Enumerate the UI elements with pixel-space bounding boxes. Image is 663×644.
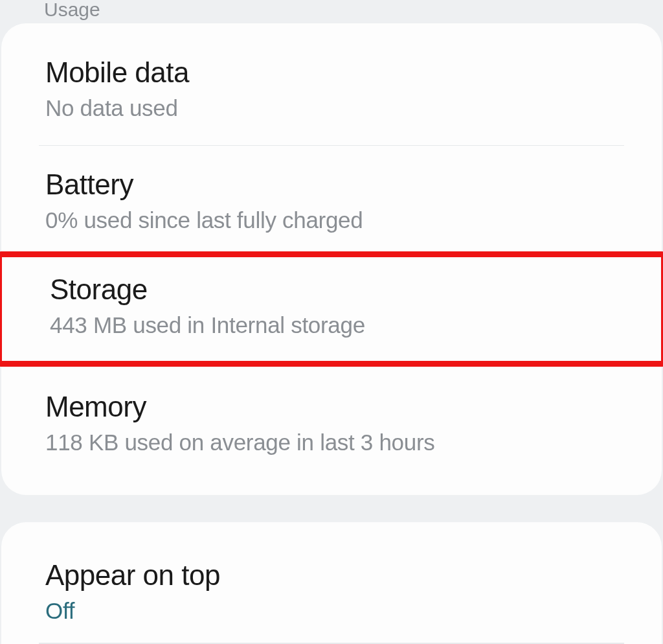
memory-setting[interactable]: Memory 118 KB used on average in last 3 … (1, 385, 662, 477)
battery-title: Battery (45, 167, 618, 202)
storage-subtitle: 443 MB used in Internal storage (50, 310, 613, 340)
battery-subtitle: 0% used since last fully charged (45, 205, 618, 235)
permissions-card: Appear on top Off (1, 522, 662, 644)
mobile-data-setting[interactable]: Mobile data No data used (1, 27, 662, 145)
storage-setting[interactable]: Storage 443 MB used in Internal storage (50, 271, 613, 340)
memory-title: Memory (45, 389, 618, 424)
usage-card: Mobile data No data used Battery 0% used… (1, 23, 662, 495)
memory-subtitle: 118 KB used on average in last 3 hours (45, 427, 618, 457)
appear-on-top-setting[interactable]: Appear on top Off (1, 530, 662, 643)
mobile-data-title: Mobile data (45, 54, 618, 90)
mobile-data-subtitle: No data used (45, 93, 618, 123)
appear-on-top-title: Appear on top (45, 557, 618, 593)
appear-on-top-subtitle: Off (45, 595, 618, 626)
storage-title: Storage (50, 271, 613, 307)
storage-highlight-annotation: Storage 443 MB used in Internal storage (0, 251, 663, 367)
section-header-truncated: Usage (0, 0, 663, 23)
battery-setting[interactable]: Battery 0% used since last fully charged (1, 146, 662, 243)
